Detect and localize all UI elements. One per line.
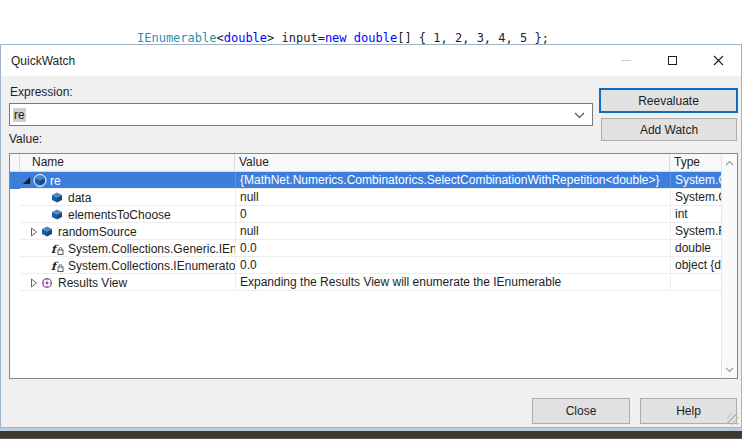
close-dialog-button[interactable]: Close — [532, 398, 630, 424]
watch-grid: Name Value Type — [9, 153, 738, 379]
table-row[interactable]: randomSource null System.R — [10, 223, 721, 240]
column-header-value[interactable]: Value — [235, 154, 670, 171]
maximize-button[interactable] — [649, 45, 695, 76]
scroll-down-icon[interactable] — [722, 361, 737, 378]
expression-value[interactable]: re — [13, 108, 26, 122]
table-row[interactable]: data null System.C — [10, 189, 721, 206]
explicit-interface-property-icon: f — [51, 243, 65, 255]
grid-rows: re {MathNet.Numerics.Combinatorics.Selec… — [10, 172, 721, 291]
table-row[interactable]: Results View Expanding the Results View … — [10, 274, 721, 291]
close-icon — [713, 55, 724, 66]
table-row[interactable]: re {MathNet.Numerics.Combinatorics.Selec… — [10, 172, 721, 189]
table-row[interactable]: elementsToChoose 0 int — [10, 206, 721, 223]
add-watch-button[interactable]: Add Watch — [601, 118, 737, 141]
column-header-type[interactable]: Type — [670, 154, 721, 171]
maximize-icon — [668, 56, 677, 65]
column-header-name[interactable]: Name — [20, 154, 235, 171]
expander-expanded-icon[interactable] — [21, 176, 31, 186]
screen: IEnumerable<double> input=new double[] {… — [0, 0, 742, 439]
code-editor: IEnumerable<double> input=new double[] {… — [0, 0, 742, 44]
value-label: Value: — [9, 132, 42, 146]
help-button[interactable]: Help — [640, 398, 737, 424]
expander-collapsed-icon[interactable] — [29, 227, 39, 237]
scroll-up-icon[interactable] — [722, 154, 737, 171]
vertical-scrollbar[interactable] — [721, 154, 737, 378]
reevaluate-button[interactable]: Reevaluate — [599, 88, 738, 113]
class-icon — [33, 175, 47, 187]
background-window-bar — [0, 431, 742, 438]
title-bar[interactable]: QuickWatch — [1, 45, 741, 76]
dialog-title: QuickWatch — [1, 54, 603, 68]
quickwatch-dialog: QuickWatch Expression: re — [0, 44, 742, 428]
minimize-icon — [621, 60, 631, 61]
minimize-button[interactable] — [603, 45, 649, 76]
header-gutter — [10, 154, 20, 171]
close-button[interactable] — [695, 45, 741, 76]
field-icon — [51, 192, 65, 204]
chevron-down-icon[interactable] — [574, 112, 585, 119]
field-icon — [41, 226, 55, 238]
explicit-interface-property-icon: f — [51, 260, 65, 272]
expression-label: Expression: — [10, 85, 73, 99]
grid-header: Name Value Type — [10, 154, 721, 172]
results-view-icon — [41, 277, 55, 289]
expander-collapsed-icon[interactable] — [29, 278, 39, 288]
expression-combobox[interactable]: re — [9, 103, 593, 126]
resize-grip[interactable] — [727, 413, 739, 425]
table-row[interactable]: f System.Collections.IEnumerato 0.0 obje… — [10, 257, 721, 274]
field-icon — [51, 209, 65, 221]
table-row[interactable]: f System.Collections.Generic.IEn 0.0 dou… — [10, 240, 721, 257]
